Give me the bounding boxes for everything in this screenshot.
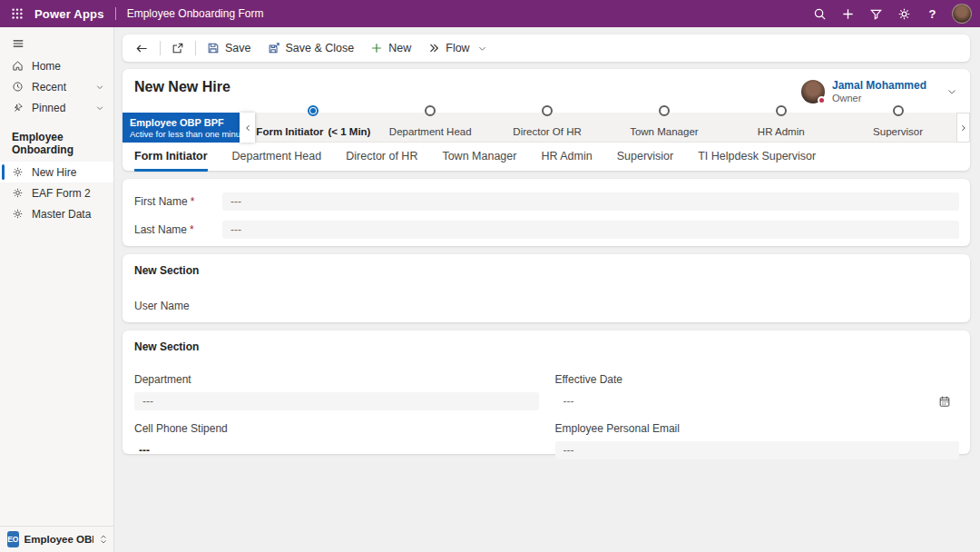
employee-personal-email-input[interactable]: ---: [555, 441, 960, 459]
quick-create-button[interactable]: [834, 0, 862, 27]
save-icon: [207, 42, 220, 54]
help-icon: ?: [929, 7, 936, 21]
field-label-text: Last Name: [134, 223, 187, 236]
sidebar-item-label: Master Data: [32, 208, 91, 221]
back-button[interactable]: [127, 36, 157, 60]
field-cell-phone-stipend: Cell Phone Stipend ---: [134, 422, 539, 459]
account-avatar[interactable]: [952, 4, 972, 24]
chevron-right-icon: [959, 123, 968, 133]
save-and-close-button[interactable]: Save & Close: [260, 36, 363, 60]
bpf-stage-form-initiator[interactable]: Form Initiator (< 1 Min): [255, 113, 372, 142]
stage-label: Form Initiator: [256, 126, 323, 137]
section-title: New Section: [134, 340, 959, 353]
last-name-input[interactable]: ---: [222, 221, 959, 239]
hamburger-icon: [12, 37, 24, 50]
required-marker: *: [190, 223, 194, 236]
main-content: Save Save & Close New Flow: [114, 27, 980, 552]
sidebar-item-label: New Hire: [32, 166, 76, 179]
bpf-next-stages-button[interactable]: [956, 113, 970, 143]
help-button[interactable]: ?: [918, 0, 946, 27]
record-header-card: New New Hire Jamal Mohammed Owner: [122, 69, 970, 171]
header-expand-chevron-icon[interactable]: [946, 86, 957, 97]
bpf-stage-hr-admin[interactable]: HR Admin: [722, 113, 839, 142]
sidebar-item-label: Recent: [32, 81, 66, 94]
save-button[interactable]: Save: [199, 36, 260, 60]
gear-icon: [897, 7, 911, 21]
sidebar-item-recent[interactable]: Recent: [0, 76, 113, 97]
field-last-name: Last Name* ---: [134, 221, 959, 239]
user-name-label: User Name: [134, 300, 959, 312]
stage-label: Supervisor: [873, 126, 923, 137]
sidebar-item-label: Home: [32, 60, 61, 73]
first-name-input[interactable]: ---: [222, 192, 959, 211]
bpf-stage-supervisor[interactable]: Supervisor: [839, 113, 956, 142]
field-first-name: First Name* ---: [134, 192, 959, 211]
filter-icon: [869, 7, 883, 21]
calendar-icon[interactable]: [938, 395, 951, 408]
bpf-collapse-button[interactable]: [240, 113, 255, 143]
command-bar: Save Save & Close New Flow: [122, 34, 970, 62]
bpf-stage-town-manager[interactable]: Town Manager: [605, 113, 722, 142]
filter-button[interactable]: [862, 0, 890, 27]
tab-department-head[interactable]: Department Head: [232, 150, 322, 172]
sidebar-item-pinned[interactable]: Pinned: [0, 97, 113, 118]
app-launcher-button[interactable]: [0, 0, 34, 27]
tab-ti-helpdesk-supervisor[interactable]: TI Helpdesk Supervisor: [698, 150, 816, 172]
section-title: New Section: [134, 264, 959, 277]
bpf-active-stage-box[interactable]: Employee OBP BPF Active for less than on…: [122, 113, 240, 143]
app-title[interactable]: Employee Onboarding Form: [127, 7, 264, 20]
bpf-stage-director-of-hr[interactable]: Director Of HR: [489, 113, 606, 142]
tab-form-initiator[interactable]: Form Initiator: [134, 150, 208, 172]
stage-circle-icon: [776, 105, 787, 116]
tab-supervisior[interactable]: Supervisior: [617, 150, 674, 172]
presence-busy-dot: [818, 96, 826, 104]
environment-switcher[interactable]: EO Employee OBF - A...: [0, 526, 113, 552]
new-button[interactable]: New: [362, 36, 419, 60]
environment-badge: EO: [7, 531, 19, 547]
details-grid: Department --- Effective Date --- Cell P…: [134, 373, 959, 459]
entity-cog-icon: [12, 166, 24, 178]
tab-director-of-hr[interactable]: Director of HR: [346, 150, 417, 172]
search-button[interactable]: [806, 0, 834, 27]
plus-icon: [370, 42, 383, 54]
chevron-down-icon: [477, 44, 487, 54]
bpf-stage-track: Form Initiator (< 1 Min) Department Head…: [255, 113, 956, 143]
sidebar-item-master-data[interactable]: Master Data: [0, 203, 113, 224]
field-label: Effective Date: [555, 373, 960, 386]
stage-circle-icon: [542, 105, 553, 116]
required-marker: *: [191, 195, 195, 208]
flow-icon: [427, 42, 440, 54]
field-label: First Name*: [134, 195, 222, 208]
tab-hr-admin[interactable]: HR Admin: [541, 150, 592, 172]
department-input[interactable]: ---: [134, 392, 539, 410]
chevron-down-icon: [95, 104, 104, 113]
bpf-stage-department-head[interactable]: Department Head: [372, 113, 489, 142]
sitemap-collapse-button[interactable]: [0, 32, 36, 55]
bpf-status: Active for less than one minute: [130, 129, 232, 139]
sidebar-item-label: Pinned: [32, 102, 65, 114]
popout-icon: [172, 42, 184, 54]
open-in-new-window-button[interactable]: [163, 36, 192, 60]
clock-icon: [12, 81, 24, 93]
entity-cog-icon: [12, 208, 24, 220]
owner-name-link[interactable]: Jamal Mohammed: [832, 79, 926, 92]
stage-active-dot-icon: [308, 105, 318, 116]
field-label: Employee Personal Email: [555, 422, 960, 435]
save-close-label: Save & Close: [286, 42, 355, 54]
sidebar-item-home[interactable]: Home: [0, 55, 113, 76]
field-department: Department ---: [134, 373, 539, 410]
settings-button[interactable]: [890, 0, 918, 27]
sidebar-item-eaf-form-2[interactable]: EAF Form 2: [0, 182, 113, 203]
tab-town-manager[interactable]: Town Manager: [442, 150, 516, 172]
sidebar-item-new-hire[interactable]: New Hire: [0, 162, 113, 182]
form-section-names: First Name* --- Last Name* ---: [122, 179, 970, 246]
owner-field: Jamal Mohammed Owner: [801, 79, 959, 104]
chevron-left-icon: [243, 123, 252, 133]
form-tabs: Form Initiator Department Head Director …: [122, 143, 970, 172]
stage-label: Department Head: [389, 126, 472, 137]
owner-avatar[interactable]: [801, 80, 825, 104]
cell-phone-stipend-value[interactable]: ---: [134, 441, 539, 459]
effective-date-input[interactable]: ---: [555, 392, 960, 410]
field-label: Department: [134, 373, 539, 386]
flow-button[interactable]: Flow: [419, 36, 495, 60]
